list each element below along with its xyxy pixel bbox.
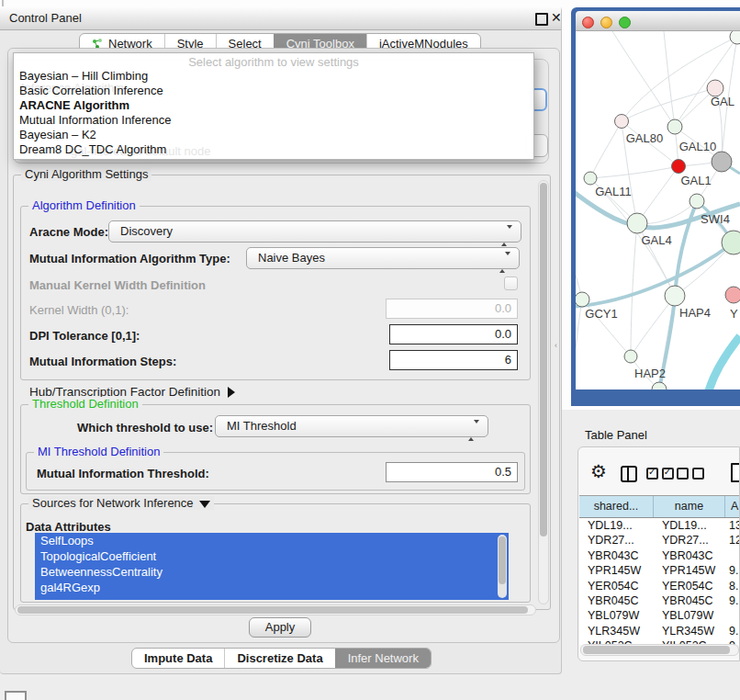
- mi-type-select[interactable]: Naive Bayes: [246, 247, 520, 269]
- minimized-panel-icon[interactable]: [5, 691, 27, 700]
- control-panel-title: Control Panel: [9, 11, 82, 25]
- table-row[interactable]: YER054CYER054C8.: [579, 579, 740, 593]
- dropdown-item[interactable]: Dream8 DC_TDC Algorithm: [19, 142, 166, 157]
- network-canvas[interactable]: GAL GAL80 GAL10 GAL1 GAL11 SWI4 GAL4 GCY…: [576, 31, 740, 390]
- kernel-width-field[interactable]: 0.0: [386, 299, 518, 319]
- mi-type-value: Naive Bayes: [258, 251, 325, 265]
- dropdown-item[interactable]: Bayesian – K2: [19, 128, 96, 142]
- which-threshold-label: Which threshold to use:: [77, 421, 213, 435]
- tab-discretize-data[interactable]: Discretize Data: [224, 649, 334, 668]
- network-node-pink[interactable]: [725, 287, 740, 303]
- float-window-icon[interactable]: [535, 13, 548, 26]
- dropdown-item[interactable]: Mutual Information Inference: [19, 113, 171, 128]
- node-label: HAP2: [634, 367, 666, 380]
- node-label: Y: [730, 307, 738, 321]
- network-node[interactable]: [652, 382, 667, 390]
- algorithm-dropdown-popup: Inference Algorithm gal-filtered sif def…: [13, 52, 534, 160]
- table-hscrollbar[interactable]: [580, 644, 739, 656]
- table-row[interactable]: YBR045CYBR045C9.: [579, 593, 740, 608]
- node-table: shared... name A YDL19...YDL19...13 YDR2…: [579, 495, 740, 645]
- app-root: Control Panel ✕ Network Style Select Cyn…: [0, 0, 740, 700]
- sources-title: Sources for Network Inference: [32, 496, 194, 510]
- table-row[interactable]: YBR043CYBR043C: [579, 548, 740, 563]
- tab-impute-data[interactable]: Impute Data: [132, 649, 224, 668]
- close-traffic-light[interactable]: [582, 17, 594, 28]
- which-threshold-value: MI Threshold: [227, 419, 297, 433]
- table-row[interactable]: YLR345WYLR345W9.: [579, 624, 740, 638]
- data-attributes-label: Data Attributes: [26, 520, 111, 534]
- gear-icon[interactable]: ⚙: [590, 462, 607, 480]
- settings-hscrollbar[interactable]: [15, 604, 536, 615]
- data-attributes-list[interactable]: SelfLoops TopologicalCoefficient Between…: [35, 533, 509, 600]
- node-label: GCY1: [585, 307, 617, 321]
- table-row[interactable]: YDL19...YDL19...13: [579, 518, 740, 533]
- new-table-icon[interactable]: [731, 463, 740, 482]
- minimize-traffic-light[interactable]: [600, 17, 612, 28]
- close-icon[interactable]: ✕: [551, 10, 562, 25]
- list-item[interactable]: gal4RGexp: [35, 580, 509, 595]
- node-label: GAL: [711, 95, 734, 108]
- network-node-gal4[interactable]: [627, 213, 647, 233]
- network-node-gal11[interactable]: [584, 172, 597, 185]
- aracne-mode-select[interactable]: Discovery: [108, 220, 521, 243]
- settings-hscrollbar-thumb[interactable]: [17, 606, 528, 614]
- table-hscrollbar-thumb[interactable]: [583, 646, 730, 654]
- attributes-scrollbar[interactable]: [498, 535, 507, 598]
- network-graph: GAL GAL80 GAL10 GAL1 GAL11 SWI4 GAL4 GCY…: [576, 31, 740, 390]
- table-row[interactable]: YPR145WYPR145W9.: [579, 563, 740, 578]
- table-row[interactable]: YDR27...YDR27...12: [579, 533, 740, 548]
- network-node-gal1[interactable]: [672, 160, 686, 174]
- network-node-gcy1[interactable]: [576, 292, 589, 307]
- node-label: GAL11: [595, 185, 632, 198]
- column-header-shared-name[interactable]: shared...: [579, 496, 654, 517]
- columns-icon[interactable]: [621, 466, 637, 482]
- mi-threshold-field[interactable]: 0.5: [386, 462, 518, 482]
- network-node[interactable]: [730, 31, 740, 44]
- combo-arrows-icon: [499, 253, 510, 273]
- mi-type-label: Mutual Information Algorithm Type:: [29, 252, 230, 265]
- tab-infer-network[interactable]: Infer Network: [335, 649, 431, 668]
- aracne-mode-value: Discovery: [120, 224, 173, 238]
- column-header-cut[interactable]: A: [725, 496, 740, 517]
- control-panel-titlebar[interactable]: [0, 7, 561, 30]
- select-all-icon[interactable]: [646, 468, 674, 482]
- manual-kernel-checkbox[interactable]: [504, 277, 518, 290]
- attributes-scrollbar-thumb[interactable]: [499, 536, 506, 584]
- dropdown-item-selected[interactable]: ARACNE Algorithm: [19, 98, 129, 113]
- deselect-all-icon[interactable]: [677, 468, 704, 482]
- kernel-width-label: Kernel Width (0,1):: [29, 303, 129, 317]
- dropdown-item[interactable]: Bayesian – Hill Climbing: [19, 69, 148, 84]
- mi-steps-label: Mutual Information Steps:: [29, 355, 176, 368]
- network-node-gal80[interactable]: [615, 115, 629, 129]
- network-node-hap2[interactable]: [624, 350, 637, 363]
- settings-scrollbar[interactable]: [538, 180, 549, 604]
- sources-title-row[interactable]: Sources for Network Inference: [28, 496, 214, 510]
- mi-threshold-label: Mutual Information Threshold:: [37, 467, 209, 480]
- network-node-hap4[interactable]: [665, 286, 685, 306]
- table-panel: ⚙ shared... name A YDL19...YDL19...13 YD…: [577, 446, 740, 661]
- network-node-gal10[interactable]: [667, 119, 682, 134]
- network-node-labels: GAL GAL80 GAL10 GAL1 GAL11 SWI4 GAL4 GCY…: [585, 95, 738, 380]
- aracne-mode-label: Aracne Mode:: [29, 225, 108, 239]
- table-row[interactable]: YBL079WYBL079W: [579, 608, 740, 623]
- list-item[interactable]: BetweennessCentrality: [35, 564, 509, 580]
- column-header-name[interactable]: name: [654, 496, 725, 517]
- threshold-definition-title: Threshold Definition: [28, 397, 142, 411]
- manual-kernel-label: Manual Kernel Width Definition: [29, 278, 206, 292]
- dropdown-item[interactable]: Basic Correlation Inference: [19, 84, 163, 98]
- zoom-traffic-light[interactable]: [619, 17, 631, 28]
- list-item[interactable]: SelfLoops: [35, 533, 509, 548]
- which-threshold-select[interactable]: MI Threshold: [215, 415, 488, 437]
- window-edge-tick: [2, 0, 4, 6]
- apply-button[interactable]: Apply: [249, 617, 311, 638]
- table-header: shared... name A: [579, 496, 740, 518]
- combo-arrows-icon: [501, 226, 512, 246]
- list-item[interactable]: TopologicalCoefficient: [35, 548, 509, 564]
- settings-scrollbar-thumb[interactable]: [540, 183, 547, 536]
- combo-arrows-icon: [468, 421, 479, 441]
- mi-steps-field[interactable]: 6: [389, 350, 518, 370]
- network-node-swi4[interactable]: [690, 194, 704, 209]
- splitter-handle[interactable]: ‹: [555, 342, 558, 349]
- dpi-tolerance-field[interactable]: 0.0: [389, 324, 518, 344]
- network-node-gray[interactable]: [712, 152, 732, 172]
